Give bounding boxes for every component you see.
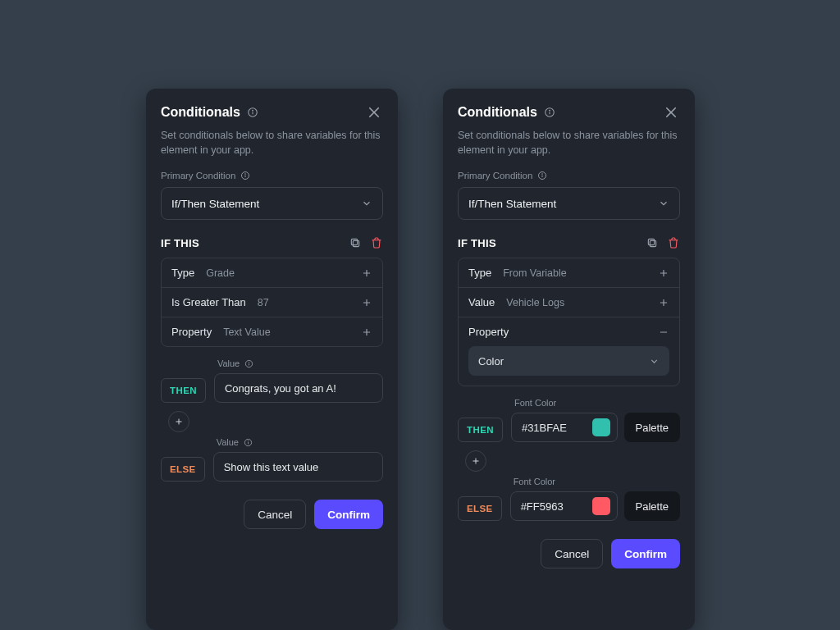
plus-icon[interactable]	[658, 267, 669, 279]
info-icon[interactable]	[244, 359, 253, 368]
color-swatch	[592, 418, 610, 436]
chevron-down-icon	[649, 356, 660, 367]
value-label: Value	[217, 358, 240, 368]
panel-subtitle: Set conditionals below to share variable…	[161, 128, 383, 158]
conditionals-panel-b: Conditionals Set conditionals below to s…	[443, 89, 695, 630]
add-branch-button[interactable]	[465, 450, 486, 472]
copy-icon[interactable]	[646, 236, 659, 249]
then-chip: THEN	[458, 418, 503, 442]
minus-icon[interactable]	[658, 326, 669, 338]
palette-button[interactable]: Palette	[624, 413, 680, 442]
info-icon[interactable]	[537, 171, 547, 180]
condition-row-property[interactable]: PropertyText Value	[162, 317, 382, 346]
trash-icon[interactable]	[370, 236, 383, 249]
condition-row-value[interactable]: ValueVehicle Logs	[459, 287, 679, 317]
primary-condition-label: Primary Condition	[161, 171, 235, 180]
svg-point-31	[542, 174, 543, 175]
plus-icon[interactable]	[361, 297, 372, 308]
svg-point-7	[245, 174, 246, 175]
panel-subtitle: Set conditionals below to share variable…	[458, 128, 680, 158]
close-icon[interactable]	[662, 103, 680, 121]
svg-rect-9	[351, 240, 357, 245]
condition-row-type[interactable]: TypeFrom Variable	[459, 258, 679, 287]
if-this-label: IF THIS	[161, 237, 199, 249]
plus-icon[interactable]	[361, 267, 372, 279]
property-select[interactable]: Color	[468, 346, 669, 376]
property-label: Property	[468, 326, 509, 338]
close-icon[interactable]	[365, 103, 383, 121]
else-chip: ELSE	[161, 457, 205, 482]
color-swatch	[592, 497, 610, 515]
trash-icon[interactable]	[667, 236, 680, 249]
primary-condition-value: If/Then Statement	[171, 198, 259, 210]
font-color-label: Font Color	[514, 477, 555, 486]
condition-rows: TypeGrade Is Greater Than87 PropertyText…	[161, 258, 383, 347]
svg-point-2	[253, 110, 253, 111]
else-chip: ELSE	[458, 496, 502, 521]
add-branch-button[interactable]	[168, 411, 189, 432]
else-value-input[interactable]: Show this text value	[213, 452, 383, 482]
plus-icon[interactable]	[658, 297, 669, 308]
primary-condition-value: If/Then Statement	[468, 198, 556, 210]
cancel-button[interactable]: Cancel	[541, 539, 603, 568]
svg-point-23	[248, 441, 249, 441]
chevron-down-icon	[658, 198, 669, 209]
then-chip: THEN	[161, 378, 206, 403]
primary-condition-select[interactable]: If/Then Statement	[161, 187, 383, 220]
font-color-label: Font Color	[514, 398, 556, 408]
condition-row-comparator[interactable]: Is Greater Than87	[162, 287, 382, 317]
if-this-label: IF THIS	[458, 237, 496, 249]
condition-rows: TypeFrom Variable ValueVehicle Logs Prop…	[458, 258, 680, 386]
plus-icon[interactable]	[361, 326, 372, 338]
chevron-down-icon	[361, 198, 372, 209]
svg-point-26	[550, 110, 550, 111]
copy-icon[interactable]	[349, 236, 362, 249]
svg-point-18	[249, 362, 249, 363]
primary-condition-select[interactable]: If/Then Statement	[458, 187, 680, 220]
value-label: Value	[217, 437, 239, 447]
svg-rect-33	[648, 240, 654, 245]
then-color-input[interactable]: #31BFAE	[511, 413, 618, 442]
cancel-button[interactable]: Cancel	[244, 500, 306, 529]
svg-rect-8	[353, 241, 358, 247]
then-value-input[interactable]: Congrats, you got an A!	[214, 373, 383, 403]
info-icon[interactable]	[544, 107, 555, 118]
info-icon[interactable]	[244, 438, 253, 447]
else-color-input[interactable]: #FF5963	[510, 491, 618, 521]
primary-condition-label: Primary Condition	[458, 171, 532, 180]
panel-title: Conditionals	[161, 105, 240, 120]
svg-rect-32	[650, 241, 655, 247]
palette-button[interactable]: Palette	[624, 491, 680, 521]
info-icon[interactable]	[240, 171, 250, 180]
condition-row-type[interactable]: TypeGrade	[162, 258, 382, 287]
confirm-button[interactable]: Confirm	[314, 500, 383, 529]
confirm-button[interactable]: Confirm	[611, 539, 680, 568]
info-icon[interactable]	[247, 107, 258, 118]
conditionals-panel-a: Conditionals Set conditionals below to s…	[146, 89, 398, 630]
condition-row-property-expanded: Property Color	[459, 317, 679, 386]
panel-title: Conditionals	[458, 105, 537, 120]
